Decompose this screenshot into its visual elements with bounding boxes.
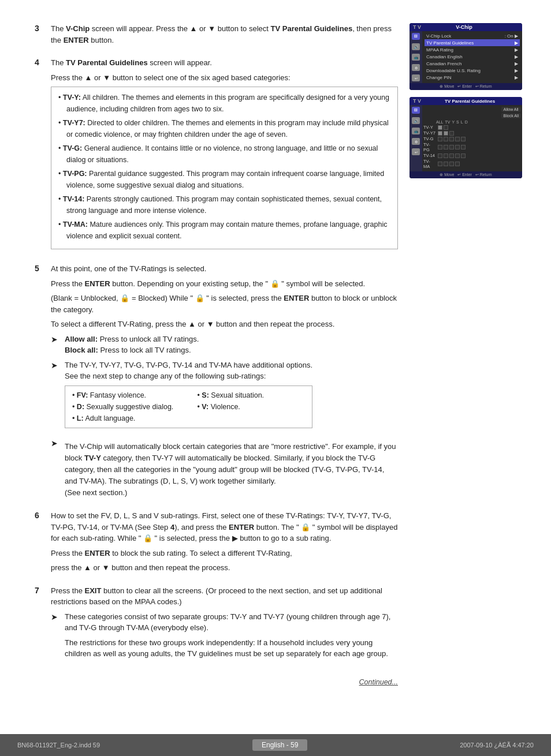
step-5-number: 5 bbox=[35, 263, 45, 502]
cell-tvg-5 bbox=[461, 137, 466, 141]
step-6-text: How to set the FV, D, L, S and V sub-rat… bbox=[51, 510, 398, 544]
cell-tv14-1 bbox=[438, 154, 442, 158]
label-tvy7: TV-Y7 bbox=[423, 130, 436, 136]
cell-tvma-4 bbox=[455, 162, 460, 166]
vchip-lock-item: V-Chip Lock : On ▶ bbox=[425, 32, 520, 39]
vchip-bottom-text: ⊕ Move ↵ Enter ↩ Return bbox=[440, 84, 492, 89]
tv-icons-vchip: 🖼 🔊 📺 ⚙ ↩ bbox=[409, 31, 422, 83]
setup-icon: ⚙ bbox=[412, 64, 420, 71]
allow-all-text: Allow all: Press to unlock all TV rating… bbox=[65, 334, 199, 356]
step-3-number: 3 bbox=[35, 23, 45, 49]
cell-tvpg-1 bbox=[438, 145, 442, 149]
sound-icon: 🔊 bbox=[412, 43, 420, 50]
parental-screen: T V TV Parental Guidelines 🖼 🔊 📺 ⚙ ↩ bbox=[409, 97, 522, 178]
step-5-line3: (Blank = Unblocked, 🔒 = Blocked) While "… bbox=[51, 293, 398, 315]
vchip-note-item: ➤ The V-Chip will automatically block ce… bbox=[51, 437, 398, 499]
label-tvy: TV-Y bbox=[423, 125, 436, 130]
vchip-menu-items: V-Chip Lock : On ▶ TV Parental Guideline… bbox=[422, 31, 522, 83]
change-pin-item: Change PIN ▶ bbox=[425, 74, 520, 81]
info-box: TV-Y: All children. The themes and eleme… bbox=[51, 87, 398, 249]
canadian-english-arrow: ▶ bbox=[515, 54, 518, 59]
canadian-french-label: Canadian French bbox=[426, 61, 461, 66]
label-tvg: TV-G bbox=[423, 136, 436, 141]
cell-tvg-2 bbox=[444, 137, 448, 141]
col-y: Y bbox=[452, 120, 455, 124]
col-s: S bbox=[456, 120, 459, 124]
cell-tvpg-2 bbox=[444, 145, 448, 149]
vchip-sidebar: 🖼 🔊 📺 ⚙ ↩ V-Chip Lock : On ▶ TV Parental… bbox=[409, 31, 522, 83]
step-7: 7 Press the EXIT button to clear all the… bbox=[35, 585, 398, 667]
step-4-line2: Press the ▲ or ▼ button to select one of… bbox=[51, 72, 398, 84]
arrow-symbol-1: ➤ bbox=[51, 334, 60, 356]
row-tvg: TV-G bbox=[423, 136, 521, 141]
canadian-english-label: Canadian English bbox=[426, 54, 463, 59]
col-d: D bbox=[465, 120, 468, 124]
canadian-french-arrow: ▶ bbox=[515, 61, 518, 66]
step-3: 3 The V-Chip screen will appear. Press t… bbox=[35, 23, 398, 49]
page: 3 The V-Chip screen will appear. Press t… bbox=[0, 0, 551, 756]
cell-tvma-2 bbox=[444, 162, 448, 166]
cells-tvma bbox=[438, 162, 460, 166]
footer-right: 2007-09-10 ¿ÀÉÃ 4:47:20 bbox=[460, 742, 534, 748]
vchip-bottom-bar: ⊕ Move ↵ Enter ↩ Return bbox=[409, 83, 522, 90]
label-tv14: TV-14 bbox=[423, 153, 436, 158]
tv-icons-parental: 🖼 🔊 📺 ⚙ ↩ bbox=[409, 105, 422, 171]
arrow-symbol-3: ➤ bbox=[51, 437, 60, 499]
vchip-lock-value: : On ▶ bbox=[505, 33, 518, 39]
step-4-line1: The TV Parental Guidelines screen will a… bbox=[51, 57, 398, 69]
downloadable-item: Downloadable U.S. Rating ▶ bbox=[425, 67, 520, 74]
step-3-content: The V-Chip screen will appear. Press the… bbox=[51, 23, 398, 49]
footer-bar: BN68-01192T_Eng-2.indd 59 English - 59 2… bbox=[0, 734, 551, 756]
sub-col1: • FV: Fantasy violence. • D: Sexually su… bbox=[72, 390, 180, 424]
step-5-line1: At this point, one of the TV-Ratings is … bbox=[51, 263, 398, 275]
additional-options-text: The TV-Y, TV-Y7, TV-G, TV-PG, TV-14 and … bbox=[65, 361, 312, 381]
parental-sound-icon: 🔊 bbox=[412, 117, 420, 124]
row-tvma: TV-MA bbox=[423, 159, 521, 169]
cells-tvg bbox=[438, 137, 466, 141]
cell-tv14-4 bbox=[455, 154, 460, 158]
step-7-note2: The restrictions for these two groups wo… bbox=[65, 637, 398, 660]
sub-s: • S: Sexual situation. bbox=[198, 390, 306, 401]
canadian-english-item: Canadian English ▶ bbox=[425, 53, 520, 60]
step-6-line3: press the ▲ or ▼ button and then repeat … bbox=[51, 562, 398, 574]
step-4: 4 The TV Parental Guidelines screen will… bbox=[35, 57, 398, 255]
sub-d: • D: Sexually suggestive dialog. bbox=[72, 401, 180, 413]
text-column: 3 The V-Chip screen will appear. Press t… bbox=[35, 23, 398, 686]
mpaa-item: MPAA Rating ▶ bbox=[425, 46, 520, 53]
step-7-note-item: ➤ These categories consist of two separa… bbox=[51, 611, 398, 663]
col-l: L bbox=[461, 120, 463, 124]
parental-picture-icon: 🖼 bbox=[412, 107, 420, 114]
vchip-note-text: The V-Chip will automatically block cert… bbox=[65, 441, 398, 499]
allow-all-btn: Allow All bbox=[501, 107, 521, 112]
cell-tvy7-3 bbox=[449, 131, 454, 136]
screen-column: T V V-Chip 🖼 🔊 📺 ⚙ ↩ V-Chip Lock bbox=[409, 23, 522, 686]
continued-text: Continued... bbox=[35, 678, 398, 686]
parental-content: Allow All Block All ALL TV Y S L D bbox=[422, 105, 522, 171]
step-7-number: 7 bbox=[35, 585, 45, 667]
arrow-symbol-2: ➤ bbox=[51, 360, 60, 434]
cell-tvma-3 bbox=[449, 162, 454, 166]
cell-tvpg-3 bbox=[449, 145, 454, 149]
vchip-tv-label: T V bbox=[413, 24, 421, 30]
tv-parental-label: TV Parental Guidelines bbox=[426, 40, 474, 46]
cell-tvy-1 bbox=[438, 125, 442, 130]
input-icon: ↩ bbox=[412, 74, 420, 81]
parental-channel-icon: 📺 bbox=[412, 128, 420, 134]
vchip-screen-title: V-Chip bbox=[421, 24, 507, 30]
step-5-content: At this point, one of the TV-Ratings is … bbox=[51, 263, 398, 502]
parental-tv-label: T V bbox=[413, 98, 421, 104]
cell-tv14-3 bbox=[449, 154, 454, 158]
change-pin-label: Change PIN bbox=[426, 75, 452, 80]
step-4-number: 4 bbox=[35, 57, 45, 255]
col-headers: ALL TV Y S L D bbox=[423, 120, 521, 124]
step-5-line2: Press the ENTER button. Depending on you… bbox=[51, 278, 398, 290]
parental-input-icon: ↩ bbox=[412, 148, 420, 155]
canadian-french-item: Canadian French ▶ bbox=[425, 60, 520, 67]
label-tvma: TV-MA bbox=[423, 159, 436, 169]
step-3-text: The V-Chip screen will appear. Press the… bbox=[51, 23, 398, 46]
cells-tvy7 bbox=[438, 131, 454, 136]
parental-bottom-bar: ⊕ Move ↵ Enter ↩ Return bbox=[409, 171, 522, 178]
cell-tvy7-2 bbox=[444, 131, 448, 136]
additional-options-item: ➤ The TV-Y, TV-Y7, TV-G, TV-PG, TV-14 an… bbox=[51, 360, 398, 434]
step-7-note-content: These categories consist of two separate… bbox=[65, 611, 398, 663]
